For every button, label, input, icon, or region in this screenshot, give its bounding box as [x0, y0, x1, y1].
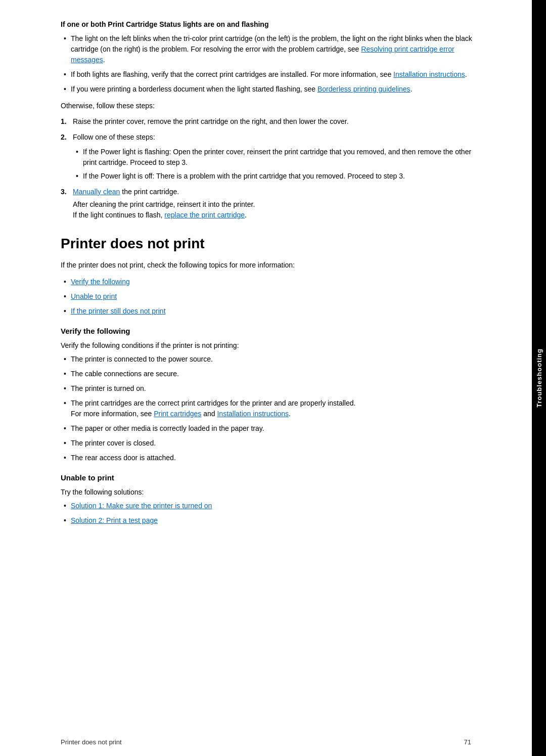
step-3-line3-pre: If the light continues to flash, [73, 211, 164, 219]
verify-section-heading: Verify the following [61, 327, 475, 335]
step-1-text: Raise the printer cover, remove the prin… [73, 117, 349, 125]
cartridge-bullets: The light on the left blinks when the tr… [61, 33, 475, 95]
steps-list: 1. Raise the printer cover, remove the p… [61, 116, 475, 220]
footer-page-number: 71 [464, 738, 471, 746]
topic-verify: Verify the following [61, 277, 475, 287]
for-more-info-text: For more information, see [71, 410, 154, 418]
solution-1-link[interactable]: Solution 1: Make sure the printer is tur… [71, 502, 212, 510]
step-2-subbullets: If the Power light is flashing: Open the… [73, 147, 475, 182]
verify-bullets: The printer is connected to the power so… [61, 354, 475, 463]
period-text: . [289, 410, 291, 418]
verify-bullet-5: The paper or other media is correctly lo… [61, 423, 475, 434]
verify-intro: Verify the following conditions if the p… [61, 340, 475, 351]
page-footer: Printer does not print 71 [0, 738, 532, 746]
step-2: 2. Follow one of these steps: If the Pow… [61, 132, 475, 182]
verify-bullet-7: The rear access door is attached. [61, 453, 475, 463]
still-not-print-link[interactable]: If the printer still does not print [71, 307, 166, 315]
verify-bullet-2: The cable connections are secure. [61, 369, 475, 379]
step-3-text-after: the print cartridge. [120, 188, 179, 196]
solution-2-link[interactable]: Solution 2: Print a test page [71, 516, 158, 524]
step-3-line2: After cleaning the print cartridge, rein… [73, 199, 475, 220]
step-2-sub-1: If the Power light is flashing: Open the… [73, 147, 475, 168]
manually-clean-link[interactable]: Manually clean [73, 188, 120, 196]
printer-does-not-print-title: Printer does not print [61, 236, 475, 252]
bullet-item-1: The light on the left blinks when the tr… [61, 33, 475, 65]
verify-bullet-3: The printer is turned on. [61, 383, 475, 394]
unable-links-list: Solution 1: Make sure the printer is tur… [61, 501, 475, 526]
bullet-text-3: If you were printing a borderless docume… [71, 85, 317, 93]
step-3: 3. Manually clean the print cartridge. A… [61, 187, 475, 220]
bullet-item-2: If both lights are flashing, verify that… [61, 69, 475, 80]
follow-steps-text: Otherwise, follow these steps: [61, 101, 475, 111]
borderless-printing-link[interactable]: Borderless printing guidelines [317, 85, 411, 93]
step-1: 1. Raise the printer cover, remove the p… [61, 116, 475, 127]
and-text: and [201, 410, 217, 418]
step-2-num: 2. [61, 132, 67, 143]
step-3-replace: If the light continues to flash, replace… [73, 210, 475, 220]
unable-to-print-link[interactable]: Unable to print [71, 292, 117, 300]
step-1-num: 1. [61, 116, 67, 127]
page-container: If one or both Print Cartridge Status li… [0, 0, 546, 756]
step-2-sub-2: If the Power light is off: There is a pr… [73, 171, 475, 182]
installation-instructions-link-2[interactable]: Installation instructions [217, 410, 289, 418]
verify-bullet-4: The print cartridges are the correct pri… [61, 398, 475, 419]
verify-bullet-4-extra: For more information, see Print cartridg… [71, 409, 475, 419]
step-3-num: 3. [61, 187, 67, 197]
print-cartridges-link[interactable]: Print cartridges [154, 410, 201, 418]
footer-title: Printer does not print [61, 738, 122, 746]
verify-bullet-4-text: The print cartridges are the correct pri… [71, 399, 355, 407]
installation-instructions-link-1[interactable]: Installation instructions [393, 70, 465, 78]
step-2-text: Follow one of these steps: [73, 133, 155, 141]
printer-not-print-intro: If the printer does not print, check the… [61, 260, 475, 271]
main-content: If one or both Print Cartridge Status li… [0, 0, 516, 756]
topic-still-not-print: If the printer still does not print [61, 306, 475, 317]
step-3-line3-post: . [245, 211, 247, 219]
topic-unable: Unable to print [61, 291, 475, 302]
verify-following-link[interactable]: Verify the following [71, 278, 130, 286]
sidebar-tab: Troubleshooting [532, 0, 546, 756]
replace-cartridge-link[interactable]: replace the print cartridge [164, 211, 245, 219]
unable-section-heading: Unable to print [61, 473, 475, 482]
topics-list: Verify the following Unable to print If … [61, 277, 475, 317]
step-3-after-cleaning: After cleaning the print cartridge, rein… [73, 199, 475, 210]
verify-bullet-6: The printer cover is closed. [61, 438, 475, 449]
cartridge-status-heading: If one or both Print Cartridge Status li… [61, 20, 475, 28]
bullet-text-2: If both lights are flashing, verify that… [71, 70, 393, 78]
sidebar-tab-label: Troubleshooting [535, 348, 543, 408]
bullet-item-3: If you were printing a borderless docume… [61, 84, 475, 95]
unable-intro: Try the following solutions: [61, 487, 475, 498]
verify-bullet-1: The printer is connected to the power so… [61, 354, 475, 365]
solution-1-item: Solution 1: Make sure the printer is tur… [61, 501, 475, 511]
solution-2-item: Solution 2: Print a test page [61, 515, 475, 526]
